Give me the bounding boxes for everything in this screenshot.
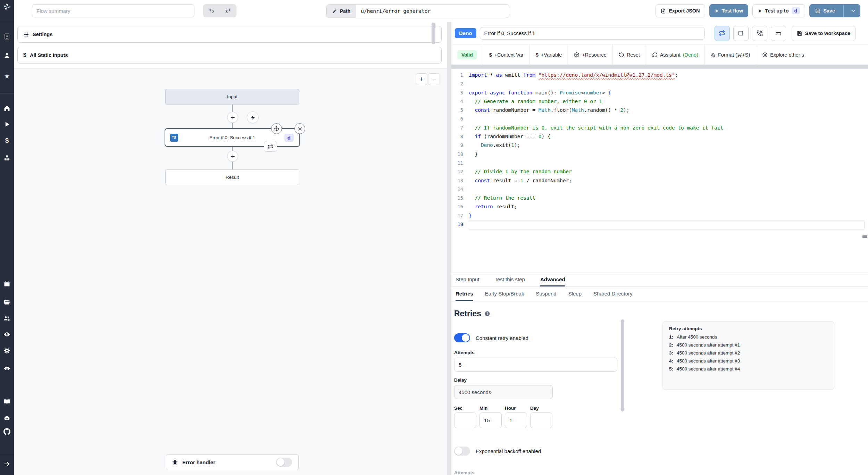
panel-resize-handle[interactable]	[447, 22, 451, 475]
code-line[interactable]: 2	[451, 80, 868, 88]
code-line[interactable]: 10 }	[451, 150, 868, 159]
test-up-to-button[interactable]: Test up to d	[752, 4, 805, 17]
code-line[interactable]: 13 const result = 1 / randomNumber;	[451, 176, 868, 185]
retries-heading: Retries	[454, 309, 490, 318]
trigger-bolt-button[interactable]	[247, 111, 259, 123]
code-line[interactable]: 12 // Divide 1 by the random number	[451, 167, 868, 176]
code-line[interactable]: 15 // Return the result	[451, 194, 868, 202]
windmill-logo[interactable]	[3, 3, 11, 11]
step-title-input[interactable]	[480, 27, 705, 40]
tab-advanced[interactable]: Advanced	[540, 273, 565, 286]
move-step-handle[interactable]	[271, 123, 282, 134]
save-main[interactable]: Save	[810, 8, 841, 14]
tab-test-this-step[interactable]: Test this step	[494, 273, 525, 286]
add-step-button[interactable]	[227, 112, 238, 123]
test-flow-button[interactable]: Test flow	[709, 4, 749, 17]
add-resource-button[interactable]: +Resource	[568, 45, 613, 65]
save-to-workspace-button[interactable]: Save to workspace	[792, 26, 856, 41]
format-button[interactable]: Format (⌘+S)	[704, 45, 756, 65]
user-icon[interactable]	[3, 52, 10, 59]
mobile-view-button[interactable]	[733, 26, 749, 41]
result-node[interactable]: Result	[165, 169, 299, 185]
subtab-shared-directory[interactable]: Shared Directory	[593, 287, 633, 301]
path-field[interactable]: Path u/henri/error_generator	[326, 4, 509, 18]
code-line[interactable]: 4 // Generate a random number, either 0 …	[451, 97, 868, 106]
min-input[interactable]	[479, 412, 502, 428]
subtab-retries[interactable]: Retries	[456, 287, 473, 301]
backoff-toggle[interactable]	[454, 447, 470, 456]
subtab-suspend[interactable]: Suspend	[536, 287, 556, 301]
tab-step-input[interactable]: Step Input	[456, 273, 479, 286]
zoom-in-button[interactable]: +	[416, 73, 427, 85]
subtab-early-stop[interactable]: Early Stop/Break	[485, 287, 524, 301]
favorites-star-icon[interactable]: ★	[3, 73, 10, 80]
content-scrollbar-thumb[interactable]	[621, 319, 624, 411]
flow-summary-input[interactable]	[32, 4, 194, 17]
retry-indicator-button[interactable]	[264, 141, 277, 152]
variables-dollar-icon[interactable]: $	[3, 137, 10, 144]
audit-eye-icon[interactable]	[3, 331, 10, 338]
code-line[interactable]: 11	[451, 159, 868, 167]
export-json-button[interactable]: Export JSON	[656, 4, 705, 17]
collapse-arrow-right-icon[interactable]	[3, 460, 10, 467]
discord-icon[interactable]	[3, 415, 10, 422]
editor-resize-gutter[interactable]	[451, 65, 868, 69]
all-static-inputs-row[interactable]: $ All Static Inputs	[17, 47, 442, 64]
code-line[interactable]: 9 Deno.exit(1);	[451, 141, 868, 150]
retry-settings-button[interactable]	[715, 26, 730, 41]
code-line[interactable]: 3export async function main(): Promise<n…	[451, 89, 868, 97]
schedules-calendar-icon[interactable]	[3, 280, 10, 287]
groups-users-gear-icon[interactable]	[3, 315, 10, 322]
code-line[interactable]: 1import * as wmill from "https://deno.la…	[451, 71, 868, 80]
explore-scripts-button[interactable]: Explore other s	[756, 45, 810, 65]
code-line[interactable]: 6	[451, 115, 868, 123]
flow-settings-row[interactable]: Settings	[17, 26, 442, 43]
day-input[interactable]	[530, 412, 552, 428]
reset-button[interactable]: Reset	[613, 45, 646, 65]
hour-input[interactable]	[505, 412, 527, 428]
flow-canvas[interactable]: + − Input TS Error if 0, Success if 1	[14, 68, 447, 475]
code-line[interactable]: 14	[451, 185, 868, 194]
sec-input[interactable]	[454, 412, 476, 428]
workers-bot-icon[interactable]	[3, 365, 10, 372]
code-line[interactable]: 5 const randomNumber = Math.floor(Math.r…	[451, 106, 868, 115]
code-line[interactable]: 7 // If randomNumber is 0, exit the scri…	[451, 124, 868, 132]
code-line[interactable]: 8 if (randomNumber === 0) {	[451, 132, 868, 141]
webhook-phone-button[interactable]	[752, 26, 767, 41]
sec-label: Sec	[454, 406, 462, 411]
input-node[interactable]: Input	[165, 89, 299, 105]
docs-book-icon[interactable]	[3, 398, 10, 405]
delete-step-button[interactable]	[294, 123, 305, 134]
add-variable-button[interactable]: $+Variable	[530, 45, 568, 65]
redo-button[interactable]	[220, 4, 236, 17]
home-icon[interactable]	[3, 105, 10, 112]
zoom-out-button[interactable]: −	[428, 73, 440, 85]
settings-gear-icon[interactable]	[3, 347, 10, 354]
constant-retry-toggle[interactable]	[454, 333, 470, 342]
editor-scrollbar-thumb[interactable]	[862, 235, 867, 238]
github-icon[interactable]	[3, 428, 10, 435]
add-context-var-button[interactable]: $+Context Var	[483, 45, 530, 65]
subtab-sleep[interactable]: Sleep	[568, 287, 582, 301]
assistant-button[interactable]: Assistant (Deno)	[646, 45, 704, 65]
error-handler-row[interactable]: Error handler	[166, 454, 299, 470]
code-line[interactable]: 17}	[451, 211, 868, 220]
info-icon[interactable]	[484, 311, 490, 317]
code-line[interactable]: 18	[451, 220, 868, 230]
workspace-building-icon[interactable]	[3, 33, 10, 40]
resources-boxes-icon[interactable]	[3, 155, 10, 161]
code-editor[interactable]: 1import * as wmill from "https://deno.la…	[451, 69, 868, 273]
left-panel-scrollbar[interactable]	[432, 23, 435, 44]
folders-icon[interactable]	[3, 299, 10, 306]
delay-input[interactable]	[454, 385, 553, 399]
save-dropdown-button[interactable]	[846, 8, 860, 14]
add-step-button[interactable]	[227, 151, 238, 162]
attempts-input[interactable]	[454, 358, 617, 372]
code-lines: 1import * as wmill from "https://deno.la…	[451, 71, 868, 230]
save-button[interactable]: Save	[809, 4, 860, 17]
sleep-bed-button[interactable]	[771, 26, 786, 41]
code-line[interactable]: 16 return result;	[451, 202, 868, 211]
error-handler-toggle[interactable]	[276, 458, 292, 467]
undo-button[interactable]	[203, 4, 220, 17]
runs-play-icon[interactable]	[3, 121, 10, 128]
